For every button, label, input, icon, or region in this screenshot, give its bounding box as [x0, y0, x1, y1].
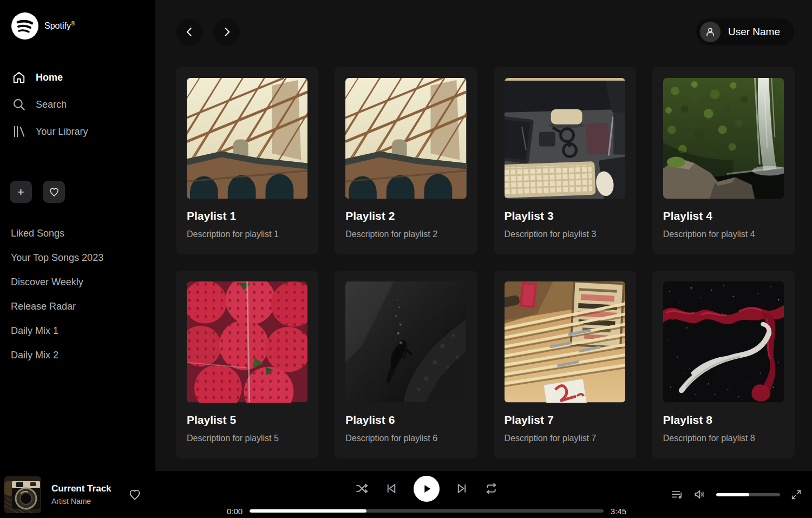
- queue-icon: [671, 488, 683, 501]
- history-nav: [176, 19, 240, 45]
- progress-bar[interactable]: [250, 509, 604, 513]
- sidebar-playlist-daily-mix-1[interactable]: Daily Mix 1: [10, 319, 146, 343]
- playlist-card-7[interactable]: Playlist 7 Description for playlist 7: [494, 271, 636, 458]
- playlist-cover-desk-flatlay: [505, 78, 625, 199]
- playlist-description: Description for playlist 5: [187, 434, 307, 443]
- next-icon: [455, 482, 469, 495]
- sidebar-item-label: Search: [36, 99, 67, 110]
- spotify-logo-icon: [11, 12, 39, 40]
- playlist-cover-forest-waterfall: [663, 78, 784, 199]
- playlist-grid: Playlist 1 Description for playlist 1: [155, 45, 812, 471]
- volume-slider[interactable]: [716, 493, 780, 496]
- previous-icon: [384, 482, 398, 495]
- heart-icon: [128, 488, 141, 501]
- volume-slider-fill: [716, 493, 749, 496]
- play-icon: [421, 483, 433, 495]
- sidebar-item-home[interactable]: Home: [10, 64, 146, 91]
- playlist-description: Description for playlist 3: [505, 230, 625, 239]
- playlist-description: Description for playlist 4: [663, 230, 784, 239]
- track-info: Current Track Artist Name: [51, 483, 112, 506]
- player-right: [647, 488, 802, 501]
- player-bar: Current Track Artist Name 0:0: [0, 471, 812, 518]
- plus-icon: +: [17, 185, 24, 199]
- player-center: 0:00 3:45: [206, 474, 647, 516]
- sidebar-item-label: Home: [36, 72, 63, 83]
- playlist-description: Description for playlist 7: [505, 434, 625, 443]
- now-playing: Current Track Artist Name: [4, 476, 206, 513]
- app-window: Spotify® Home Search Your Library + Like…: [0, 0, 812, 471]
- playlist-card-5[interactable]: Playlist 5 Description for playlist 5: [176, 271, 318, 458]
- playlist-card-3[interactable]: Playlist 3 Description for playlist 3: [494, 67, 636, 254]
- playlist-cover-underwater-diver: [345, 281, 466, 402]
- playlist-title: Playlist 4: [663, 209, 784, 222]
- playlist-description: Description for playlist 8: [663, 434, 784, 443]
- playlist-title: Playlist 3: [505, 209, 625, 222]
- progress-bar-fill: [250, 509, 366, 513]
- playlist-title: Playlist 8: [663, 414, 784, 427]
- library-icon: [12, 124, 26, 139]
- shuffle-icon: [355, 482, 369, 495]
- playlist-description: Description for playlist 6: [345, 434, 466, 443]
- registered-mark: ®: [71, 21, 75, 27]
- expand-icon: [790, 489, 802, 501]
- playlist-cover-steel-structure: [187, 78, 307, 199]
- next-track-button[interactable]: [455, 482, 469, 495]
- sidebar-playlist-release-radar[interactable]: Release Radar: [10, 294, 146, 319]
- liked-songs-button[interactable]: [43, 181, 65, 203]
- playlist-card-6[interactable]: Playlist 6 Description for playlist 6: [335, 271, 477, 458]
- playlist-card-2[interactable]: Playlist 2 Description for playlist 2: [335, 67, 477, 254]
- create-playlist-button[interactable]: +: [10, 181, 32, 203]
- playlist-title: Playlist 2: [345, 209, 466, 222]
- playlist-cover-strawberries: [187, 281, 307, 402]
- sidebar-playlist-discover-weekly[interactable]: Discover Weekly: [10, 270, 146, 294]
- user-icon: [704, 26, 716, 38]
- sidebar-playlist-liked-songs[interactable]: Liked Songs: [10, 221, 146, 246]
- playlist-card-1[interactable]: Playlist 1 Description for playlist 1: [176, 67, 318, 254]
- chevron-left-icon: [184, 27, 195, 37]
- heart-icon: [49, 187, 60, 198]
- sidebar-item-search[interactable]: Search: [10, 91, 146, 118]
- progress-row: 0:00 3:45: [227, 507, 626, 516]
- shuffle-button[interactable]: [355, 482, 369, 495]
- play-button[interactable]: [414, 476, 440, 502]
- brand-name: Spotify®: [44, 21, 75, 31]
- track-artist: Artist Name: [51, 497, 112, 506]
- album-art-vintage-camera: [4, 476, 41, 513]
- user-name: User Name: [728, 26, 780, 38]
- volume-icon: [693, 488, 706, 501]
- avatar: [700, 22, 721, 42]
- playlist-description: Description for playlist 1: [187, 230, 307, 239]
- playlist-cover-wooden-rulers: [505, 281, 625, 402]
- playlist-title: Playlist 7: [505, 414, 625, 427]
- fullscreen-button[interactable]: [790, 489, 802, 501]
- sidebar-item-your-library[interactable]: Your Library: [10, 118, 146, 145]
- volume-button[interactable]: [693, 488, 706, 501]
- previous-track-button[interactable]: [384, 482, 398, 495]
- playlist-cover-steel-structure: [345, 78, 466, 199]
- sidebar-playlist-your-top-songs-2023[interactable]: Your Top Songs 2023: [10, 246, 146, 270]
- track-title: Current Track: [51, 483, 112, 494]
- chevron-right-icon: [221, 27, 232, 37]
- playback-controls: [355, 476, 498, 502]
- playlist-title: Playlist 1: [187, 209, 307, 222]
- repeat-icon: [484, 482, 498, 495]
- playlist-card-8[interactable]: Playlist 8 Description for playlist 8: [652, 271, 795, 458]
- playlist-title: Playlist 5: [187, 414, 307, 427]
- playlist-description: Description for playlist 2: [345, 230, 466, 239]
- repeat-button[interactable]: [484, 482, 498, 495]
- topbar: User Name: [155, 0, 812, 45]
- main-content: User Name: [155, 0, 812, 471]
- playlist-card-4[interactable]: Playlist 4 Description for playlist 4: [652, 67, 795, 254]
- home-icon: [12, 70, 26, 84]
- playlist-cover-antler-red-ribbon: [663, 281, 784, 402]
- user-menu-button[interactable]: User Name: [696, 18, 794, 45]
- spotify-logo: Spotify®: [11, 12, 146, 40]
- forward-button[interactable]: [213, 19, 240, 45]
- sidebar-playlist-daily-mix-2[interactable]: Daily Mix 2: [10, 343, 146, 368]
- sidebar-actions: +: [10, 181, 146, 203]
- sidebar: Spotify® Home Search Your Library + Like…: [0, 0, 155, 471]
- like-track-button[interactable]: [128, 488, 141, 501]
- back-button[interactable]: [176, 19, 202, 45]
- queue-button[interactable]: [671, 488, 683, 501]
- sidebar-item-label: Your Library: [36, 126, 88, 137]
